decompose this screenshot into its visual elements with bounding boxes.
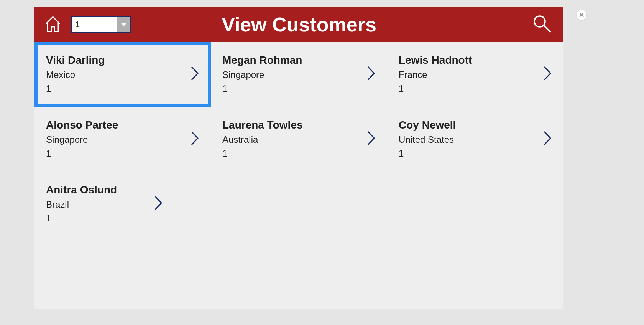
close-button[interactable] [577,10,586,20]
home-button[interactable] [43,14,63,35]
chevron-right-icon [154,195,163,213]
chevron-right-icon [366,65,376,83]
dropdown-arrow [117,17,130,32]
header: 1 View Customers [34,7,564,42]
close-icon [579,13,584,17]
search-button[interactable] [532,14,552,35]
customer-country: Mexico [46,69,186,80]
customer-info: Megan Rohman Singapore 1 [222,54,363,94]
customer-name: Alonso Partee [46,119,186,131]
chevron-right-icon [543,65,552,83]
customer-cell[interactable]: Lewis Hadnott France 1 [387,42,564,107]
svg-point-2 [534,16,545,27]
customer-country: United States [399,134,539,145]
customer-name: Lewis Hadnott [399,54,539,66]
spacer [34,236,564,309]
customer-cell[interactable]: Alonso Partee Singapore 1 [34,107,211,172]
customer-info: Alonso Partee Singapore 1 [46,119,186,159]
customer-number: 1 [222,83,363,94]
customer-row: Viki Darling Mexico 1 Megan Rohman Singa… [34,42,564,107]
chevron-right-icon [543,130,552,148]
chevron-down-icon [120,22,128,27]
dropdown-value: 1 [72,17,117,32]
app-container: 1 View Customers Viki Darling Mexico 1 [34,7,564,309]
customer-cell[interactable]: Anitra Oslund Brazil 1 [34,172,174,236]
customer-row: Anitra Oslund Brazil 1 [34,172,564,236]
customer-cell[interactable]: Megan Rohman Singapore 1 [211,42,387,107]
customer-info: Anitra Oslund Brazil 1 [46,184,150,224]
customer-name: Anitra Oslund [46,184,150,196]
customer-row: Alonso Partee Singapore 1 Laurena Towles… [34,107,564,172]
customer-name: Laurena Towles [222,119,363,131]
customer-number: 1 [399,83,539,94]
customer-country: Singapore [222,69,363,80]
customer-name: Megan Rohman [222,54,363,66]
customer-grid: Viki Darling Mexico 1 Megan Rohman Singa… [34,42,564,309]
customer-name: Coy Newell [399,119,539,131]
customer-number: 1 [46,213,150,224]
customer-info: Coy Newell United States 1 [399,119,539,159]
chevron-right-icon [190,65,199,83]
customer-info: Laurena Towles Australia 1 [222,119,363,159]
search-icon [532,14,552,34]
chevron-right-icon [190,130,199,148]
customer-number: 1 [222,148,363,159]
customer-info: Lewis Hadnott France 1 [399,54,539,94]
customer-cell[interactable]: Coy Newell United States 1 [387,107,564,172]
svg-line-3 [544,26,550,32]
chevron-right-icon [366,130,376,148]
customer-info: Viki Darling Mexico 1 [46,54,186,94]
customer-country: Brazil [46,199,150,210]
page-dropdown[interactable]: 1 [71,16,131,33]
customer-cell[interactable]: Laurena Towles Australia 1 [211,107,387,172]
customer-name: Viki Darling [46,54,186,66]
customer-number: 1 [46,148,186,159]
customer-country: Australia [222,134,363,145]
customer-country: Singapore [46,134,186,145]
page-title: View Customers [222,13,376,36]
customer-cell[interactable]: Viki Darling Mexico 1 [34,42,211,107]
home-icon [43,14,63,34]
customer-number: 1 [46,83,186,94]
customer-number: 1 [399,148,539,159]
customer-country: France [399,69,539,80]
